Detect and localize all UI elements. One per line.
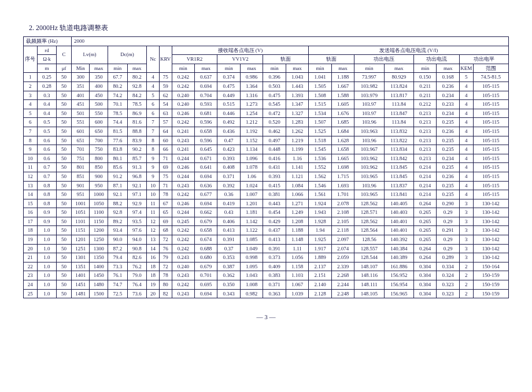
cell-vr_max: 0.688 — [195, 244, 217, 253]
cell-vr_max: 0.695 — [195, 280, 217, 290]
hdr-rail-recv: 轨面 — [263, 55, 309, 64]
cell-ov_min: 103.982 — [354, 82, 384, 91]
cell-rr_max: 1.208 — [286, 217, 308, 226]
cell-vv_min: 0.43 — [217, 208, 240, 217]
cell-rr_max: 1.443 — [286, 82, 308, 91]
cell-ov_min: 128.562 — [354, 217, 384, 226]
cell-kem: 4 — [459, 100, 473, 109]
cell-lv_min: 501 — [71, 109, 90, 118]
cell-vr_max: 0.637 — [195, 73, 217, 82]
cell-krv: 62 — [159, 91, 172, 100]
cell-rng: 105-115 — [473, 136, 508, 145]
cell-lv_min: 1481 — [71, 289, 90, 298]
cell-kem: 2 — [459, 262, 473, 271]
cell-rs_min: 2.140 — [309, 280, 331, 290]
cell-rd: 0.28 — [37, 82, 57, 91]
cell-seq: 25 — [24, 289, 38, 298]
cell-c: 50 — [57, 118, 72, 127]
cell-c: 50 — [57, 190, 72, 199]
cell-kem: 3 — [459, 217, 473, 226]
cell-rs_max: 2.108 — [331, 208, 354, 217]
cell-rr_min: 0.431 — [263, 163, 286, 172]
cell-rs_max: 2.244 — [331, 280, 354, 290]
cell-oc_min: 0.265 — [413, 226, 436, 235]
cell-rr_min: 0.416 — [263, 154, 286, 163]
cell-kem: 3 — [459, 235, 473, 245]
table-row: 191.0501201125090.094.013720.2420.6740.3… — [24, 235, 509, 245]
cell-kem: 4 — [459, 190, 473, 199]
table-row: 60.55055160074.481.67570.2420.5960.4921.… — [24, 118, 509, 127]
cell-rr_max: 1.283 — [286, 118, 308, 127]
cell-vr_min: 0.245 — [172, 217, 194, 226]
hdr-vv1v2: VV1V2 — [217, 55, 263, 64]
cell-oc_max: 0.234 — [437, 91, 459, 100]
cell-oc_max: 0.235 — [437, 145, 459, 154]
cell-vr_max: 0.681 — [195, 109, 217, 118]
cell-vr_max: 0.680 — [195, 253, 217, 262]
cell-seq: 12 — [24, 172, 38, 181]
cell-ov_min: 103.965 — [354, 190, 384, 199]
cell-kem: 4 — [459, 154, 473, 163]
cell-vr_min: 0.242 — [172, 82, 194, 91]
cell-rs_max: 1.588 — [331, 91, 354, 100]
cell-oc_max: 0.236 — [437, 127, 459, 136]
freq-label: 载频频率 (Hz) — [24, 37, 72, 46]
hdr-vv-min: min — [217, 64, 240, 73]
cell-kem: 4 — [459, 163, 473, 172]
cell-oc_max: 0.236 — [437, 172, 459, 181]
cell-rr_min: 0.448 — [263, 145, 286, 154]
cell-ov_min: 128.557 — [354, 244, 384, 253]
cell-rr_max: 1.249 — [286, 208, 308, 217]
cell-seq: 5 — [24, 109, 38, 118]
cell-c: 50 — [57, 163, 72, 172]
cell-oc_max: 0.234 — [437, 154, 459, 163]
cell-ov_min: 103.965 — [354, 172, 384, 181]
cell-ov_min: 103.96 — [354, 118, 384, 127]
cell-oc_max: 0.233 — [437, 100, 459, 109]
cell-oc_min: 0.214 — [413, 163, 436, 172]
cell-krv: 71 — [159, 154, 172, 163]
cell-seq: 3 — [24, 91, 38, 100]
cell-lv_min: 1351 — [71, 262, 90, 271]
cell-dc_min: 87.1 — [108, 181, 128, 190]
cell-vv_min: 0.393 — [217, 154, 240, 163]
cell-rr_max: 1.067 — [286, 280, 308, 290]
cell-vv_max: 1.085 — [240, 235, 263, 245]
cell-krv: 72 — [159, 235, 172, 245]
cell-krv: 72 — [159, 262, 172, 271]
cell-seq: 17 — [24, 217, 38, 226]
cell-rs_max: 1.676 — [331, 109, 354, 118]
cell-nc: 4 — [147, 73, 160, 82]
cell-vr_min: 0.241 — [172, 127, 194, 136]
cell-rng: 130-142 — [473, 199, 508, 208]
cell-ov_max: 140.403 — [384, 208, 413, 217]
cell-vv_min: 0.374 — [217, 73, 240, 82]
cell-lv_max: 1400 — [90, 262, 108, 271]
cell-krv: 65 — [159, 208, 172, 217]
cell-dc_min: 70.1 — [108, 100, 128, 109]
cell-vr_min: 0.242 — [172, 244, 194, 253]
cell-ov_min: 148.107 — [354, 262, 384, 271]
cell-rd: 0.8 — [37, 181, 57, 190]
cell-rr_max: 1.141 — [286, 163, 308, 172]
cell-kem: 2 — [459, 280, 473, 290]
cell-oc_max: 0.235 — [437, 118, 459, 127]
cell-c: 50 — [57, 217, 72, 226]
cell-rs_min: 1.889 — [309, 253, 331, 262]
cell-vv_min: 0.423 — [217, 145, 240, 154]
hdr-out-current: 功出电流 — [413, 55, 459, 64]
hdr-ov-max: max — [384, 64, 413, 73]
cell-dc_min: 80.2 — [108, 82, 128, 91]
cell-rr_min: 0.520 — [263, 118, 286, 127]
cell-ov_max: 113.841 — [384, 190, 413, 199]
hdr-rr-max: max — [286, 64, 308, 73]
cell-ov_max: 113.822 — [384, 136, 413, 145]
table-row: 120.75085190091.296.89750.2440.6940.3711… — [24, 172, 509, 181]
cell-krv: 75 — [159, 172, 172, 181]
cell-seq: 19 — [24, 235, 38, 245]
cell-oc_min: 0.304 — [413, 262, 436, 271]
cell-rr_min: 0.475 — [263, 91, 286, 100]
cell-ov_max: 113.845 — [384, 163, 413, 172]
cell-vr_min: 0.246 — [172, 163, 194, 172]
cell-krv: 66 — [159, 145, 172, 154]
